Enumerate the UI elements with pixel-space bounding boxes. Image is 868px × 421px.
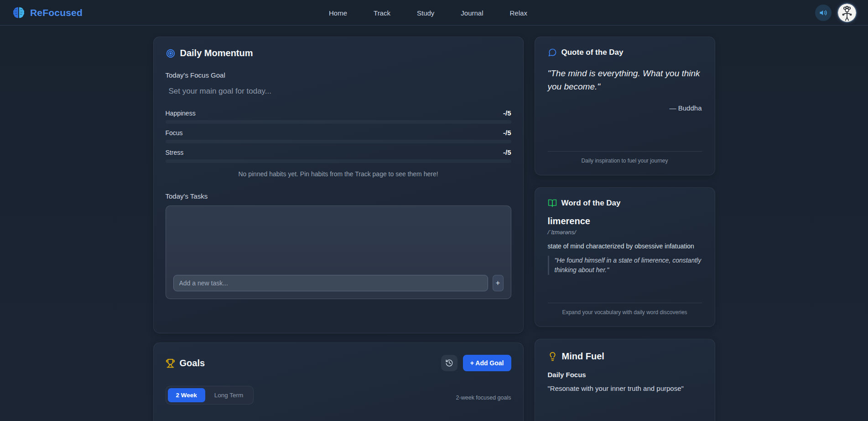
stress-slider[interactable] bbox=[166, 159, 511, 163]
metric-value: -/5 bbox=[503, 109, 511, 117]
divider bbox=[548, 151, 702, 152]
add-task-button[interactable]: + bbox=[493, 275, 504, 291]
nav-item-track[interactable]: Track bbox=[374, 9, 390, 17]
word-card: Word of the Day limerence /ˈlɪmərəns/ st… bbox=[535, 187, 715, 327]
brain-logo-icon bbox=[12, 6, 26, 20]
left-column: Daily Momentum Today's Focus Goal Happin… bbox=[153, 37, 524, 421]
mind-fuel-card: Mind Fuel Daily Focus "Resonate with you… bbox=[535, 339, 715, 421]
nav-item-journal[interactable]: Journal bbox=[461, 9, 483, 17]
goal-history-button[interactable] bbox=[441, 355, 457, 371]
new-task-input[interactable] bbox=[173, 275, 488, 291]
goals-subtitle: 2-week focused goals bbox=[456, 395, 511, 405]
quote-card-footer: Daily inspiration to fuel your journey bbox=[548, 158, 702, 164]
goals-title: Goals bbox=[180, 358, 205, 368]
tab-long-term[interactable]: Long Term bbox=[206, 388, 252, 402]
sound-toggle-button[interactable] bbox=[815, 5, 832, 21]
quote-card: Quote of the Day "The mind is everything… bbox=[535, 37, 715, 175]
speech-bubble-icon bbox=[548, 48, 557, 57]
focus-goal-label: Today's Focus Goal bbox=[166, 71, 511, 79]
focus-slider[interactable] bbox=[166, 140, 511, 143]
add-goal-button[interactable]: + Add Goal bbox=[463, 355, 511, 371]
header-right-cluster bbox=[815, 4, 856, 22]
word-card-title: Word of the Day bbox=[561, 199, 621, 208]
daily-focus-quote: "Resonate with your inner truth and purp… bbox=[548, 384, 702, 394]
word-example: "He found himself in a state of limerenc… bbox=[548, 256, 702, 275]
brand[interactable]: ReFocused bbox=[12, 6, 83, 20]
metric-value: -/5 bbox=[503, 148, 511, 156]
nav-item-study[interactable]: Study bbox=[417, 9, 434, 17]
right-column: Quote of the Day "The mind is everything… bbox=[535, 37, 715, 421]
trophy-icon bbox=[166, 358, 175, 368]
tasks-list-box: + bbox=[166, 205, 511, 299]
quote-card-title: Quote of the Day bbox=[561, 48, 624, 57]
focus-goal-input[interactable] bbox=[166, 83, 511, 100]
nav-item-relax[interactable]: Relax bbox=[510, 9, 527, 17]
divider bbox=[548, 303, 702, 303]
daily-momentum-title: Daily Momentum bbox=[180, 48, 253, 58]
main-content: Daily Momentum Today's Focus Goal Happin… bbox=[153, 37, 715, 421]
daily-focus-label: Daily Focus bbox=[548, 371, 702, 379]
mind-fuel-title: Mind Fuel bbox=[562, 351, 604, 362]
lightbulb-icon bbox=[548, 352, 557, 361]
metric-value: -/5 bbox=[503, 129, 511, 137]
word-pronunciation: /ˈlɪmərəns/ bbox=[548, 229, 702, 236]
happiness-slider[interactable] bbox=[166, 120, 511, 124]
target-icon bbox=[166, 48, 176, 58]
word-of-the-day: limerence bbox=[548, 216, 702, 226]
pinned-habits-note: No pinned habits yet. Pin habits from th… bbox=[166, 170, 511, 178]
user-avatar[interactable] bbox=[838, 4, 856, 22]
nav-item-home[interactable]: Home bbox=[329, 9, 347, 17]
quote-author: — Buddha bbox=[548, 104, 702, 112]
tasks-label: Today's Tasks bbox=[166, 192, 511, 200]
metric-label: Happiness bbox=[166, 110, 196, 117]
metric-label: Focus bbox=[166, 129, 183, 137]
word-card-footer: Expand your vocabulary with daily word d… bbox=[548, 309, 702, 316]
brand-name: ReFocused bbox=[30, 7, 83, 18]
tab-2-week[interactable]: 2 Week bbox=[168, 388, 205, 402]
word-definition: state of mind characterized by obsessive… bbox=[548, 242, 702, 251]
metric-happiness: Happiness -/5 bbox=[166, 109, 511, 124]
goals-card: Goals + Add Goal bbox=[153, 342, 524, 421]
metric-label: Stress bbox=[166, 149, 184, 156]
history-icon bbox=[445, 359, 453, 367]
daily-momentum-card: Daily Momentum Today's Focus Goal Happin… bbox=[153, 37, 524, 333]
quote-text: "The mind is everything. What you think … bbox=[548, 67, 702, 93]
metric-stress: Stress -/5 bbox=[166, 148, 511, 163]
top-navbar: ReFocused Home Track Study Journal Relax bbox=[0, 0, 868, 26]
metric-focus: Focus -/5 bbox=[166, 129, 511, 143]
main-nav: Home Track Study Journal Relax bbox=[329, 0, 527, 26]
mood-metrics: Happiness -/5 Focus -/5 Stress -/5 bbox=[166, 109, 511, 163]
volume-icon bbox=[819, 9, 827, 17]
open-book-icon bbox=[548, 199, 557, 208]
goals-tab-group: 2 Week Long Term bbox=[166, 386, 254, 405]
